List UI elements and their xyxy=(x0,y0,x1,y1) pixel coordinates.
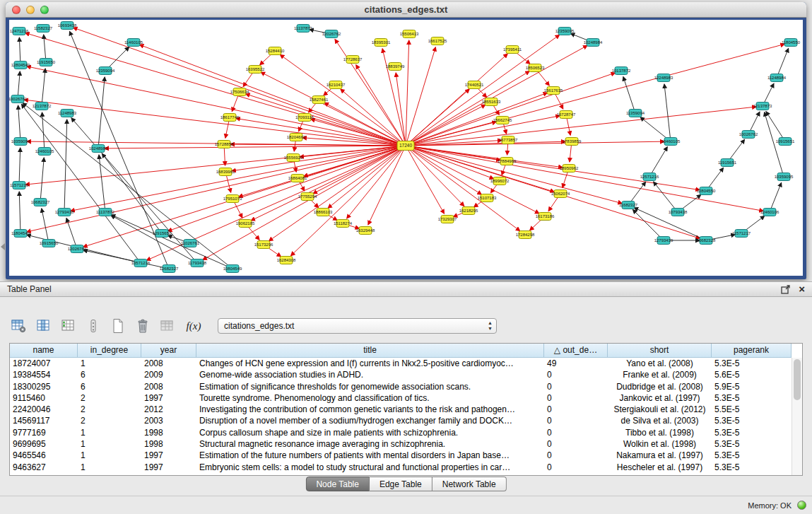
table-add-rows-icon[interactable] xyxy=(59,317,78,334)
tab-network-table[interactable]: Network Table xyxy=(433,477,507,491)
graph-edge[interactable] xyxy=(232,95,238,112)
graph-edge[interactable] xyxy=(408,45,587,144)
graph-edge[interactable] xyxy=(40,158,44,199)
delete-icon[interactable] xyxy=(134,317,152,334)
table-row[interactable]: 911546021997Tourette syndrome. Phenomeno… xyxy=(10,392,802,404)
graph-edge[interactable] xyxy=(764,83,774,103)
graph-edge[interactable] xyxy=(280,54,403,144)
graph-edge[interactable] xyxy=(408,35,560,144)
graph-edge[interactable] xyxy=(766,112,783,139)
graph-edge[interactable] xyxy=(623,77,635,110)
graph-edge[interactable] xyxy=(409,146,700,190)
graph-edge[interactable] xyxy=(409,44,784,144)
close-panel-icon[interactable]: × xyxy=(799,285,805,293)
graph-edge[interactable] xyxy=(108,47,129,68)
network-graph[interactable]: 1247121611582327106934381280454911915650… xyxy=(9,20,803,276)
graph-edge[interactable] xyxy=(234,201,242,218)
graph-edge[interactable] xyxy=(18,105,20,138)
graph-edge[interactable] xyxy=(406,40,409,142)
graph-edge[interactable] xyxy=(708,168,724,188)
graph-edge[interactable] xyxy=(750,112,760,131)
minimize-window-button[interactable] xyxy=(26,6,35,14)
tab-edge-table[interactable]: Edge Table xyxy=(370,477,433,491)
graph-edge[interactable] xyxy=(19,148,20,182)
column-header-in_degree[interactable]: in_degree xyxy=(78,344,141,358)
graph-edge[interactable] xyxy=(294,161,296,172)
graph-edge[interactable] xyxy=(111,215,229,267)
graph-edge[interactable] xyxy=(409,146,763,211)
window-titlebar[interactable]: citations_edges.txt xyxy=(6,2,806,18)
graph-edge[interactable] xyxy=(243,72,253,86)
graph-edge[interactable] xyxy=(69,31,167,265)
memory-status-indicator[interactable] xyxy=(797,501,806,510)
column-narrow-icon[interactable] xyxy=(84,317,102,334)
graph-edge[interactable] xyxy=(98,77,105,145)
tab-node-table[interactable]: Node Table xyxy=(305,477,370,491)
scrollbar-thumb[interactable] xyxy=(794,359,801,400)
graph-edge[interactable] xyxy=(294,141,295,151)
graph-edge[interactable] xyxy=(83,250,165,268)
graph-edge[interactable] xyxy=(409,146,622,203)
column-header-title[interactable]: title xyxy=(196,344,544,358)
graph-edge[interactable] xyxy=(19,37,20,62)
graph-edge[interactable] xyxy=(111,215,194,261)
graph-edge[interactable] xyxy=(652,147,668,174)
graph-edge[interactable] xyxy=(19,192,20,230)
graph-edge[interactable] xyxy=(409,116,560,145)
graph-edge[interactable] xyxy=(567,118,570,135)
column-header-short[interactable]: short xyxy=(608,344,712,358)
graph-edge[interactable] xyxy=(507,144,508,155)
column-header-year[interactable]: year xyxy=(141,344,196,358)
graph-edge[interactable] xyxy=(27,146,402,232)
table-row[interactable]: 1938455462009Genome-wide association stu… xyxy=(10,369,802,380)
network-canvas[interactable]: 1247121611582327106934381280454911915650… xyxy=(9,20,803,276)
graph-edge[interactable] xyxy=(71,118,195,260)
graph-edge[interactable] xyxy=(408,147,539,214)
column-header-name[interactable]: name xyxy=(10,344,78,358)
table-row[interactable]: 1830029562008Estimation of significance … xyxy=(10,381,802,392)
table-selector-combo[interactable]: citations_edges.txt ▲▼ xyxy=(218,318,497,334)
graph-edge[interactable] xyxy=(555,93,563,109)
graph-edge[interactable] xyxy=(203,147,403,259)
graph-edge[interactable] xyxy=(247,226,259,240)
graph-edge[interactable] xyxy=(502,165,505,175)
graph-edge[interactable] xyxy=(18,71,20,95)
graph-edge[interactable] xyxy=(25,33,403,145)
graph-edge[interactable] xyxy=(771,182,782,209)
graph-edge[interactable] xyxy=(309,103,317,112)
column-header-out_de[interactable]: △ out_de… xyxy=(544,344,608,358)
graph-edge[interactable] xyxy=(409,93,548,144)
graph-edge[interactable] xyxy=(640,117,668,139)
graph-edge[interactable] xyxy=(25,146,402,185)
table-scrollbar[interactable] xyxy=(792,358,802,475)
table-columns-icon[interactable] xyxy=(35,317,53,334)
graph-edge[interactable] xyxy=(563,172,568,188)
graph-edge[interactable] xyxy=(44,35,46,59)
graph-edge[interactable] xyxy=(99,155,105,209)
table-row[interactable]: 946362711997Embryonic stem cells: a mode… xyxy=(10,462,802,473)
new-document-icon[interactable] xyxy=(109,317,127,334)
graph-edge[interactable] xyxy=(226,175,230,192)
graph-edge[interactable] xyxy=(493,105,500,115)
function-builder-button[interactable]: f(x) xyxy=(183,317,204,334)
graph-edge[interactable] xyxy=(225,121,229,138)
collapse-panel-arrow-icon[interactable] xyxy=(1,243,5,250)
table-row[interactable]: 977716911998Corpus callosum shape and si… xyxy=(10,427,802,438)
graph-edge[interactable] xyxy=(73,28,402,144)
close-window-button[interactable] xyxy=(12,6,20,14)
table-row[interactable]: 946554611997Estimation of the future num… xyxy=(10,450,802,461)
graph-edge[interactable] xyxy=(681,194,701,210)
graph-edge[interactable] xyxy=(778,48,789,74)
graph-edge[interactable] xyxy=(42,69,45,103)
table-row[interactable]: 969969511998Structural magnetic resonanc… xyxy=(10,438,802,450)
graph-edge[interactable] xyxy=(503,124,506,134)
column-header-pagerank[interactable]: pagerank xyxy=(712,344,792,358)
graph-edge[interactable] xyxy=(548,197,558,211)
graph-edge[interactable] xyxy=(83,146,403,247)
graph-edge[interactable] xyxy=(66,218,76,246)
graph-edge[interactable] xyxy=(630,182,646,202)
graph-edge[interactable] xyxy=(729,139,745,160)
graph-edge[interactable] xyxy=(105,146,402,148)
graph-edge[interactable] xyxy=(102,153,160,230)
graph-edge[interactable] xyxy=(537,71,549,86)
